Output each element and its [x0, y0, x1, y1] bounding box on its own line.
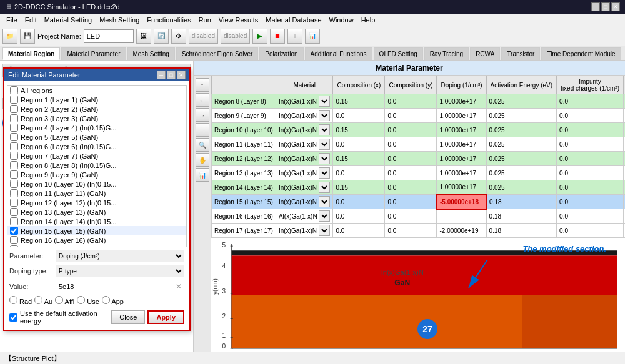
all-regions-item[interactable]: All regions	[8, 86, 186, 95]
region-15-item[interactable]: Region 15 (Layer 15) (GaN)	[8, 226, 186, 235]
region-3-checkbox[interactable]	[10, 114, 18, 122]
region-1-item[interactable]: Region 1 (Layer 1) (GaN)	[8, 95, 186, 104]
apply-button[interactable]: Apply	[148, 310, 184, 324]
maximize-button[interactable]: □	[601, 2, 610, 11]
menu-database[interactable]: Material Database	[262, 15, 325, 25]
dialog-close-btn[interactable]: ✕	[177, 71, 186, 79]
radio-au[interactable]: Au	[34, 296, 52, 305]
toolbar-disabled1[interactable]: disabled	[189, 29, 218, 44]
region-4-checkbox[interactable]	[10, 124, 18, 132]
nav-right-btn[interactable]: →	[196, 108, 209, 122]
toolbar-stop-btn[interactable]: ⏹	[270, 29, 285, 44]
region-17-checkbox[interactable]	[10, 245, 18, 247]
all-regions-checkbox[interactable]	[10, 86, 18, 94]
cell-impurity: 0.0	[557, 94, 624, 109]
region-16-item[interactable]: Region 16 (Layer 16) (GaN)	[8, 235, 186, 245]
radio-rad[interactable]: Rad	[9, 296, 32, 305]
tab-mesh-setting[interactable]: Mesh Setting	[128, 47, 175, 60]
region-2-checkbox[interactable]	[10, 105, 18, 113]
titlebar-controls[interactable]: ─ □ ✕	[591, 2, 620, 11]
cell-comp-x: 0.15	[333, 180, 385, 195]
cell-comp-x: 0.0	[333, 195, 385, 209]
region-2-item[interactable]: Region 2 (Layer 2) (GaN)	[8, 104, 186, 114]
region-8-checkbox[interactable]	[10, 161, 18, 169]
toolbar-chart-btn[interactable]: 📊	[305, 29, 320, 44]
value-input[interactable]	[56, 280, 174, 293]
dialog-maximize-btn[interactable]: □	[167, 71, 176, 79]
doping-type-select[interactable]: P-type	[56, 265, 184, 277]
tab-material-region[interactable]: Material Region	[2, 47, 60, 60]
project-name-input[interactable]	[84, 29, 134, 43]
region-7-item[interactable]: Region 7 (Layer 7) (GaN)	[8, 151, 186, 160]
region-12-item[interactable]: Region 12 (Layer 12) (In(0.15...	[8, 198, 186, 207]
toolbar-pause-btn[interactable]: ⏸	[288, 29, 302, 44]
minimize-button[interactable]: ─	[591, 2, 600, 11]
toolbar-icon1[interactable]: 🖼	[136, 29, 151, 44]
menu-functionalities[interactable]: Functionalities	[143, 15, 194, 25]
close-button[interactable]: Close	[111, 310, 145, 324]
menu-run[interactable]: Run	[195, 15, 215, 25]
toolbar-folder-btn[interactable]: 📁	[2, 29, 18, 44]
toolbar-play-btn[interactable]: ▶	[252, 29, 268, 44]
region-16-checkbox[interactable]	[10, 236, 18, 244]
region-12-checkbox[interactable]	[10, 199, 18, 207]
menu-file[interactable]: File	[2, 15, 21, 25]
menu-view[interactable]: View Results	[215, 15, 262, 25]
region-5-checkbox[interactable]	[10, 133, 18, 141]
toolbar-refresh-btn[interactable]: 🔄	[154, 29, 169, 44]
menu-material[interactable]: Material Setting	[41, 15, 96, 25]
tab-transistor[interactable]: Transistor	[501, 47, 540, 60]
region-14-item[interactable]: Region 14 (Layer 14) (In(0.15...	[8, 217, 186, 226]
tab-material-parameter[interactable]: Material Parameter	[61, 47, 126, 60]
nav-left-btn[interactable]: ←	[196, 93, 209, 107]
region-6-checkbox[interactable]	[10, 142, 18, 150]
menu-mesh[interactable]: Mesh Setting	[96, 15, 143, 25]
dialog-minimize-btn[interactable]: ─	[157, 71, 166, 79]
region-15-checkbox[interactable]	[10, 227, 18, 235]
nav-plus-btn[interactable]: +	[196, 123, 209, 137]
menu-window[interactable]: Window	[326, 15, 358, 25]
close-button[interactable]: ✕	[611, 2, 620, 11]
data-btn[interactable]: 📊	[196, 168, 209, 182]
region-5-item[interactable]: Region 5 (Layer 5) (GaN)	[8, 132, 186, 142]
region-9-item[interactable]: Region 9 (Layer 9) (GaN)	[8, 170, 186, 179]
radio-affi[interactable]: Affi	[55, 296, 74, 305]
radio-use[interactable]: Use	[77, 296, 99, 305]
default-energy-checkbox[interactable]	[9, 313, 18, 322]
region-3-item[interactable]: Region 3 (Layer 3) (GaN)	[8, 114, 186, 123]
toolbar-disabled2[interactable]: disabled	[221, 29, 250, 44]
region-10-item[interactable]: Region 10 (Layer 10) (In(0.15...	[8, 179, 186, 189]
toolbar-save-btn[interactable]: 💾	[20, 29, 35, 44]
region-11-item[interactable]: Region 11 (Layer 11) (GaN)	[8, 189, 186, 198]
nav-up-btn[interactable]: ↑	[196, 78, 209, 92]
region-17-item[interactable]: Region 17 (Layer 17) (GaN)	[8, 245, 186, 247]
region-8-item[interactable]: Region 8 (Layer 8) (In(0.15)G...	[8, 160, 186, 170]
zoom-btn[interactable]: 🔍	[196, 138, 209, 152]
tab-ray[interactable]: Ray Tracing	[424, 47, 469, 60]
tab-additional[interactable]: Additional Functions	[305, 47, 372, 60]
region-13-checkbox[interactable]	[10, 208, 18, 216]
regions-list[interactable]: All regions Region 1 (Layer 1) (GaN) Reg…	[7, 85, 187, 247]
region-14-checkbox[interactable]	[10, 217, 18, 225]
region-10-checkbox[interactable]	[10, 180, 18, 188]
dialog-controls[interactable]: ─ □ ✕	[157, 71, 186, 79]
parameter-select[interactable]: Doping (J/cm³)	[56, 250, 184, 262]
pan-btn[interactable]: ✋	[196, 153, 209, 167]
region-9-checkbox[interactable]	[10, 170, 18, 179]
tab-polarization[interactable]: Polarization	[259, 47, 303, 60]
tab-oled[interactable]: OLED Setting	[374, 47, 423, 60]
value-clear-btn[interactable]: ✕	[174, 281, 184, 292]
region-4-item[interactable]: Region 4 (Layer 4) (In(0.15)G...	[8, 123, 186, 132]
radio-app[interactable]: App	[102, 296, 124, 305]
region-13-item[interactable]: Region 13 (Layer 13) (GaN)	[8, 207, 186, 217]
toolbar-icon2[interactable]: ⚙	[171, 29, 186, 44]
region-7-checkbox[interactable]	[10, 152, 18, 160]
tab-time[interactable]: Time Dependent Module	[541, 47, 621, 60]
region-6-item[interactable]: Region 6 (Layer 6) (In(0.15)G...	[8, 142, 186, 151]
menu-edit[interactable]: Edit	[21, 15, 41, 25]
region-11-checkbox[interactable]	[10, 189, 18, 197]
menu-help[interactable]: Help	[358, 15, 379, 25]
tab-rcwa[interactable]: RCWA	[470, 47, 500, 60]
region-1-checkbox[interactable]	[10, 96, 18, 104]
tab-schrodinger[interactable]: Schrödinger Eigen Solver	[176, 47, 258, 60]
